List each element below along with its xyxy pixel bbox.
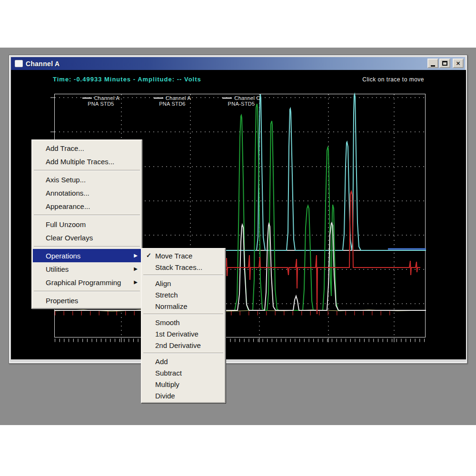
legend-channel: Channel C (234, 95, 260, 101)
legend-channel: Channel A (94, 95, 119, 101)
app-icon (15, 60, 23, 67)
menu-item-label: Full Unzoom (46, 220, 86, 228)
menu-item-label: Annotations... (46, 189, 89, 197)
menu-item-label: Graphical Programming (46, 278, 121, 287)
legend-sample: PNA STD5 (88, 101, 114, 107)
menu-item-label: Subtract (155, 369, 182, 377)
menu-item-multiply[interactable]: Multiply (142, 378, 224, 390)
operations-submenu: ✓Move TraceStack Traces...AlignStretchNo… (141, 248, 226, 403)
hint-text: Click on trace to move (362, 76, 424, 83)
menu-item-label: Divide (155, 392, 175, 400)
menu-item-label: Stretch (155, 291, 178, 299)
submenu-arrow-icon: ▶ (134, 279, 138, 285)
menu-item-appearance[interactable]: Appearance... (33, 199, 141, 213)
menu-item-stack-traces[interactable]: Stack Traces... (142, 261, 224, 273)
menu-item-label: Operations (46, 252, 80, 260)
menu-item-properties[interactable]: Properties (33, 294, 141, 307)
trace-line-icon (222, 98, 232, 99)
menu-item-utilities[interactable]: Utilities▶ (33, 262, 141, 276)
cursor-readout: Time: -0.49933 Minutes - Amplitude: -- V… (53, 76, 201, 83)
menu-separator (34, 215, 140, 216)
menu-item-label: 1st Derivative (155, 330, 198, 338)
menu-item-align[interactable]: Align (142, 278, 224, 289)
close-button[interactable]: × (453, 59, 464, 68)
menu-item-label: Stack Traces... (155, 263, 202, 271)
legend-sample: PNA-STD5 (228, 101, 255, 107)
menu-item-label: Add (155, 357, 168, 366)
maximize-icon (442, 61, 447, 66)
menu-item-label: Normalize (155, 302, 188, 310)
maximize-button[interactable] (439, 59, 450, 68)
menu-item-2nd-derivative[interactable]: 2nd Derivative (142, 339, 224, 351)
legend-sample: PNA STD6 (159, 101, 186, 107)
menu-separator (143, 314, 223, 315)
menu-item-label: Add Trace... (46, 144, 84, 152)
minimize-button[interactable] (427, 59, 438, 68)
menu-separator (143, 353, 223, 354)
menu-item-label: Smooth (155, 318, 180, 327)
menu-separator (34, 170, 140, 171)
menu-item-add-trace[interactable]: Add Trace... (33, 141, 141, 155)
legend-entry[interactable]: Channel A PNA STD6 (144, 95, 200, 107)
submenu-arrow-icon: ▶ (134, 266, 138, 271)
submenu-arrow-icon: ▶ (134, 253, 138, 258)
menu-item-label: Axis Setup... (46, 176, 86, 184)
menu-item-subtract[interactable]: Subtract (142, 367, 224, 378)
menu-item-label: Move Trace (155, 252, 192, 260)
legend-entry[interactable]: Channel A PNA STD5 (73, 95, 129, 107)
menu-separator (34, 246, 140, 247)
menu-item-full-unzoom[interactable]: Full Unzoom (33, 218, 141, 231)
menu-item-label: Utilities (46, 265, 69, 273)
menu-item-clear-overlays[interactable]: Clear Overlays (33, 231, 141, 244)
menu-item-smooth[interactable]: Smooth (142, 317, 224, 328)
menu-item-1st-derivative[interactable]: 1st Derivative (142, 328, 224, 339)
menu-item-normalize[interactable]: Normalize (142, 300, 224, 312)
menu-separator (143, 275, 223, 276)
title-bar[interactable]: Channel A × (11, 57, 465, 70)
menu-item-add[interactable]: Add (142, 356, 224, 367)
window-title: Channel A (26, 60, 60, 68)
close-icon: × (456, 60, 460, 66)
menu-item-annotations[interactable]: Annotations... (33, 186, 141, 199)
menu-item-move-trace[interactable]: ✓Move Trace (142, 250, 224, 261)
menu-item-label: Appearance... (46, 202, 90, 210)
trace-line-icon (154, 98, 163, 99)
legend-entry[interactable]: Channel C PNA-STD5 (213, 95, 269, 107)
page: Channel A × Time: -0.49933 Minutes - Amp… (0, 0, 476, 476)
legend-channel: Channel A (166, 95, 191, 101)
menu-separator (34, 291, 140, 292)
minimize-icon (431, 65, 435, 67)
trace-line-icon (82, 98, 92, 99)
check-icon: ✓ (146, 252, 151, 259)
menu-item-label: Add Multiple Traces... (46, 158, 114, 166)
menu-item-axis-setup[interactable]: Axis Setup... (33, 173, 141, 186)
context-menu: Add Trace...Add Multiple Traces...Axis S… (31, 139, 142, 309)
menu-item-graphical-programming[interactable]: Graphical Programming▶ (33, 276, 141, 289)
menu-item-label: Clear Overlays (46, 234, 93, 242)
menu-item-operations[interactable]: Operations▶ (33, 249, 141, 262)
menu-item-label: Multiply (155, 380, 179, 388)
menu-item-stretch[interactable]: Stretch (142, 289, 224, 300)
menu-item-label: 2nd Derivative (155, 341, 201, 349)
menu-item-label: Align (155, 279, 171, 288)
menu-item-divide[interactable]: Divide (142, 390, 224, 401)
menu-item-add-multiple-traces[interactable]: Add Multiple Traces... (33, 155, 141, 168)
menu-item-label: Properties (46, 297, 78, 305)
window-controls: × (427, 59, 464, 68)
